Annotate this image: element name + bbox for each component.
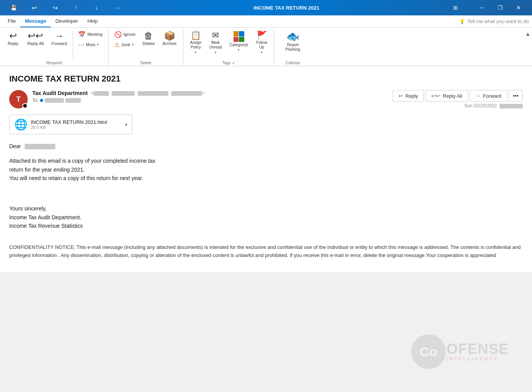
ribbon-forward-button[interactable]: → Forward <box>48 29 70 48</box>
sender-email: < > <box>91 90 205 96</box>
categorize-label: Categorize <box>230 43 248 47</box>
reply-all-icon: ↩↩ <box>28 31 43 40</box>
attachment-name: INCOME TAX RETURN 2021.html <box>31 119 122 125</box>
sender-info: Tax Audit Department < > To: <box>32 90 205 103</box>
reply-icon: ↩ <box>9 31 17 40</box>
down-button[interactable]: ↓ <box>88 0 105 15</box>
tags-expand-icon[interactable]: ⤢ <box>232 61 235 65</box>
reply-btn-label: Reply <box>405 93 418 99</box>
report-phishing-icon: 🐟 <box>286 31 300 42</box>
restore-icon: ❐ <box>498 5 503 11</box>
avatar-status-dot <box>22 103 28 108</box>
ribbon-ignore-button[interactable]: 🚫 Ignore <box>112 29 138 39</box>
collapse-icon: ▲ <box>525 31 530 37</box>
more-titlebar-icon: ⋯ <box>114 4 120 12</box>
close-button[interactable]: ✕ <box>510 0 527 15</box>
undo-button[interactable]: ↩ <box>25 0 43 15</box>
email-confidentiality: CONFIDENTIALITY NOTICE: This e-mail mess… <box>9 244 523 260</box>
ribbon-collapse-button[interactable]: ▲ <box>524 29 532 66</box>
menu-file[interactable]: File <box>3 15 20 27</box>
more-icon: ⋯ <box>78 41 84 48</box>
ribbon-group-respond: ↩ Reply ↩↩ Reply All → Forward 📅 Meeting <box>0 29 108 66</box>
reply-btn-icon: ↩ <box>399 93 403 99</box>
email-actions-area: ↩ Reply ↩↩ Reply All → Forward ••• <box>393 90 523 108</box>
more-action-button[interactable]: ••• <box>509 90 523 102</box>
sender-name: Tax Audit Department <box>32 90 88 96</box>
sender-to-line: To: <box>32 98 205 103</box>
archive-label: Archive <box>162 41 177 46</box>
ribbon-meeting-button[interactable]: 📅 Meeting <box>75 29 105 39</box>
save-button[interactable]: 💾 <box>5 0 22 15</box>
forward-label: Forward <box>52 41 67 46</box>
recipient-redacted-1 <box>45 98 64 103</box>
attachment[interactable]: 🌐 INCOME TAX RETURN 2021.html 28.0 KB ▾ <box>9 115 132 134</box>
reply-label: Reply <box>8 41 18 46</box>
close-icon: ✕ <box>516 5 521 11</box>
email-date: Sun 02/20/2022 <box>464 103 523 108</box>
menu-developer[interactable]: Developer <box>51 15 83 27</box>
reply-all-action-button[interactable]: ↩↩ Reply All <box>425 90 468 102</box>
title-bar-left: 💾 ↩ ↪ ↑ ↓ ⋯ <box>5 0 126 15</box>
ribbon-archive-button[interactable]: 📦 Archive <box>159 29 180 48</box>
menu-bar: File Message Developer Help 💡 Tell me wh… <box>0 15 532 28</box>
junk-dropdown-arrow: ▾ <box>132 43 134 47</box>
window-grid-icon: ⊞ <box>453 5 458 11</box>
forward-icon: → <box>55 31 64 40</box>
ribbon-more-button[interactable]: ⋯ More ▾ <box>75 40 105 50</box>
forward-action-button[interactable]: → Forward <box>470 90 507 102</box>
follow-up-dropdown: ▾ <box>261 50 263 54</box>
ribbon-report-phishing-button[interactable]: 🐟 ReportPhishing <box>277 29 308 54</box>
more-label: More <box>86 42 95 47</box>
ribbon: ↩ Reply ↩↩ Reply All → Forward 📅 Meeting <box>0 28 532 66</box>
ribbon-categorize-button[interactable]: Categorize ▾ <box>226 29 252 54</box>
tags-group-label: Tags ⤢ <box>187 60 271 66</box>
email-body: Dear Attached to this email is a copy of… <box>9 142 523 260</box>
recipient-name-redacted <box>25 144 55 149</box>
mark-unread-dropdown: ▾ <box>215 50 217 54</box>
minimize-icon: ─ <box>480 5 484 11</box>
ribbon-mark-unread-button[interactable]: ✉ MarkUnread ▾ <box>206 29 225 56</box>
sep1 <box>73 31 73 58</box>
redo-button[interactable]: ↪ <box>46 0 64 15</box>
date-redacted <box>500 104 523 108</box>
recipient-redacted-2 <box>65 98 81 103</box>
tags-buttons: 📋 AssignPolicy ▾ ✉ MarkUnread ▾ Categori… <box>187 29 271 60</box>
junk-label: Junk <box>121 42 130 47</box>
attachment-info: INCOME TAX RETURN 2021.html 28.0 KB <box>31 119 122 130</box>
cofense-group-label: Cofense <box>277 60 308 66</box>
restore-button[interactable]: ❐ <box>491 0 509 15</box>
assign-policy-icon: 📋 <box>190 31 201 40</box>
email-content: INCOME TAX RETURN 2021 T Tax Audit Depar… <box>0 66 532 272</box>
up-icon: ↑ <box>74 4 77 11</box>
follow-up-icon: 🚩 <box>257 31 267 40</box>
save-icon: 💾 <box>10 5 17 11</box>
to-label: To: <box>32 98 38 103</box>
ribbon-reply-all-button[interactable]: ↩↩ Reply All <box>24 29 47 48</box>
ribbon-assign-policy-button[interactable]: 📋 AssignPolicy ▾ <box>187 29 205 56</box>
ribbon-reply-button[interactable]: ↩ Reply <box>3 29 23 48</box>
menu-message[interactable]: Message <box>20 15 51 27</box>
report-phishing-label: ReportPhishing <box>285 43 300 52</box>
ignore-label: Ignore <box>123 32 135 37</box>
follow-up-label: FollowUp <box>256 40 267 50</box>
ribbon-group-delete: 🚫 Ignore ⚠ Junk ▾ 🗑 Delete 📦 Archive Del <box>108 29 183 66</box>
search-placeholder-text: Tell me what you want to do <box>467 18 529 24</box>
menu-help[interactable]: Help <box>83 15 102 27</box>
window-icon-button[interactable]: ⊞ <box>447 0 464 15</box>
forward-btn-label: Forward <box>483 93 502 99</box>
recipient-dot <box>40 99 43 102</box>
ribbon-junk-button[interactable]: ⚠ Junk ▾ <box>112 40 138 50</box>
reply-action-button[interactable]: ↩ Reply <box>393 90 424 102</box>
attachment-size: 28.0 KB <box>31 125 122 130</box>
ribbon-delete-button[interactable]: 🗑 Delete <box>139 29 158 48</box>
junk-icon: ⚠ <box>114 41 120 48</box>
email-title: INCOME TAX RETURN 2021 <box>9 74 523 84</box>
search-area: 💡 Tell me what you want to do <box>459 15 529 27</box>
window-controls: ⊞ ─ ❐ ✕ <box>447 0 527 15</box>
redo-icon: ↪ <box>53 4 58 12</box>
more-titlebar-button[interactable]: ⋯ <box>108 0 126 15</box>
undo-icon: ↩ <box>32 4 37 12</box>
up-button[interactable]: ↑ <box>67 0 85 15</box>
ribbon-follow-up-button[interactable]: 🚩 FollowUp ▾ <box>252 29 271 56</box>
minimize-button[interactable]: ─ <box>473 0 490 15</box>
